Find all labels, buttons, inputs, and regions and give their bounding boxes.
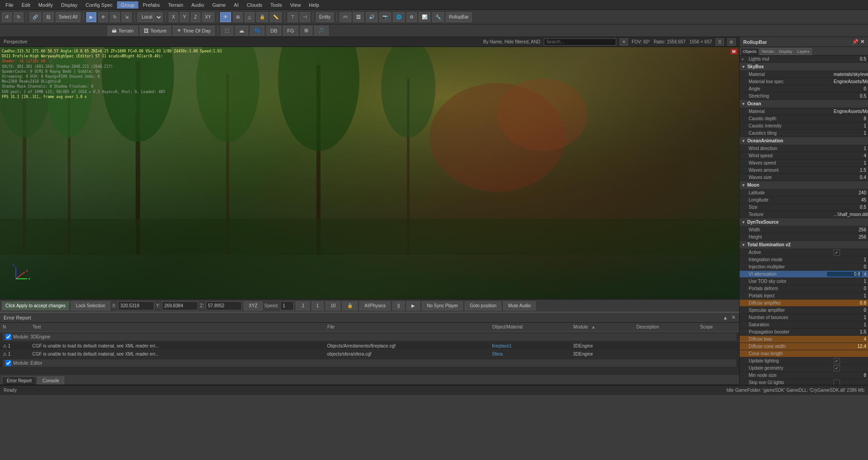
lock-btn[interactable]: 🔒 <box>256 12 268 22</box>
tab-error-report[interactable]: Error Report <box>2 376 37 385</box>
z-axis-btn[interactable]: Z <box>191 12 200 22</box>
menu-game[interactable]: Game <box>208 1 229 9</box>
menu-file[interactable]: File <box>2 1 17 9</box>
entity-btn[interactable]: Entity <box>316 12 334 22</box>
no-sync-player-btn[interactable]: No Sync Player <box>422 301 463 310</box>
icon7[interactable]: 📊 <box>419 12 430 22</box>
z-input[interactable] <box>206 301 242 310</box>
module-3dengine-check[interactable] <box>5 334 11 340</box>
search-clear-btn[interactable]: ✕ <box>620 38 628 46</box>
icon6[interactable]: ⚙ <box>406 12 417 22</box>
error-row-2[interactable]: ⚠ 1 CGF is unable to load its default ma… <box>0 350 739 358</box>
x-input[interactable] <box>118 301 154 310</box>
error-expand-btn[interactable]: ▲ <box>723 315 728 320</box>
menu-config-spec[interactable]: Config Spec <box>82 1 116 9</box>
dyntex-header[interactable]: ▼ DynTexSource <box>740 218 868 226</box>
menu-prefabs[interactable]: Prefabs <box>139 1 164 9</box>
y-axis-btn[interactable]: Y <box>180 12 189 22</box>
menu-audio[interactable]: Audio <box>188 1 208 9</box>
view-btn[interactable]: 👁 <box>220 12 231 22</box>
rotate-btn[interactable]: ↻ <box>110 12 120 22</box>
coord-system-select[interactable]: Local World <box>137 12 163 22</box>
icon1[interactable]: 🎮 <box>340 12 351 22</box>
tab-layers[interactable]: Layers <box>795 48 812 55</box>
ti-skipnogi-check[interactable] <box>834 380 840 385</box>
error-row-1[interactable]: ⚠ 1 CGF is unable to load its default ma… <box>0 342 739 350</box>
tab-console[interactable]: Console <box>38 376 64 385</box>
select-all-btn[interactable]: Select All <box>56 12 80 22</box>
tab-terrain[interactable]: Terrain <box>760 48 777 55</box>
terrain-tool2[interactable]: ⛰ <box>235 26 248 36</box>
icon5[interactable]: 🌐 <box>393 12 405 22</box>
ti-updgeo-check[interactable] <box>834 365 840 371</box>
speed-input[interactable] <box>280 301 294 310</box>
speed-dec-btn[interactable]: .1 <box>296 301 309 310</box>
x-axis-btn[interactable]: X <box>169 12 178 22</box>
icon3[interactable]: 🔊 <box>366 12 377 22</box>
menu-clouds[interactable]: Clouds <box>243 1 266 9</box>
move-btn[interactable]: ✛ <box>98 12 108 22</box>
lock-selection-btn[interactable]: Lock Selection <box>71 301 110 310</box>
terrain-btn[interactable]: 🏔 Terrain <box>108 26 138 36</box>
grid-btn[interactable]: ⊞ <box>233 12 243 22</box>
menu-terrain[interactable]: Terrain <box>165 1 187 9</box>
search-input[interactable] <box>544 38 616 46</box>
ti-active-check[interactable] <box>834 249 840 256</box>
menu-tools[interactable]: Tools <box>267 1 286 9</box>
icon8[interactable]: 🔧 <box>432 12 444 22</box>
tab-objects[interactable]: Objects <box>741 48 759 55</box>
speed-inc-btn[interactable]: 1 <box>311 301 324 310</box>
tab-display[interactable]: Display <box>777 48 795 55</box>
ti-viatten-value[interactable]: 0.8 <box>826 271 863 277</box>
properties-scroll[interactable]: ▸ Lights mul 0.5 ▼ SkyBox Material mater… <box>740 56 868 385</box>
menu-edit[interactable]: Edit <box>18 1 34 9</box>
ai-physics-btn[interactable]: AI/Physics <box>359 301 391 310</box>
icon2[interactable]: 🖼 <box>353 12 364 22</box>
scale-btn[interactable]: ⇲ <box>122 12 132 22</box>
texture-btn[interactable]: 🖼 Texture <box>140 26 171 36</box>
totalillum-header[interactable]: ▼ Total Illumination v2 <box>740 241 868 249</box>
err1-object[interactable]: fireplace1 <box>489 342 570 350</box>
y-input[interactable] <box>162 301 198 310</box>
ocean-header[interactable]: ▼ Ocean <box>740 100 868 108</box>
menu-ai[interactable]: AI <box>230 1 242 9</box>
rollupbar-close-btn[interactable]: ✕ <box>860 39 864 45</box>
goto-position-btn[interactable]: Goto position <box>465 301 501 310</box>
terrain-tool3[interactable]: 👣 <box>250 26 264 36</box>
error-close-btn[interactable]: ✕ <box>731 314 736 320</box>
menu-help[interactable]: Help <box>305 1 323 9</box>
oceanani-header[interactable]: ▼ OceanAnimation <box>740 137 868 145</box>
fg-btn[interactable]: FG <box>283 26 298 36</box>
terrain-lock-btn[interactable]: 🔒 <box>342 301 358 310</box>
speed-10-btn[interactable]: 10 <box>326 301 340 310</box>
err2-object[interactable]: Sfera <box>489 350 570 358</box>
menu-modify[interactable]: Modify <box>35 1 57 9</box>
terrain-tool1[interactable]: ⬚ <box>221 26 233 36</box>
terrain-tool4[interactable]: ⊞ <box>300 26 312 36</box>
xyz-btn[interactable]: XYZ <box>244 301 262 310</box>
align2-btn[interactable]: ⊣ <box>300 12 310 22</box>
redo-btn[interactable]: ↻ <box>14 12 24 22</box>
select-btn[interactable]: ▶ <box>86 12 96 22</box>
play-btn[interactable]: ▶ <box>406 301 420 310</box>
module-editor-check[interactable] <box>5 360 11 366</box>
moon-header[interactable]: ▼ Moon <box>740 181 868 189</box>
ti-updlight-check[interactable] <box>834 358 840 364</box>
viewport-3d[interactable]: CamPos:315.52 271.60 58.57 Angle:18.8 65… <box>0 47 739 299</box>
ti-viatten-row[interactable]: VI attenuation 0.8 ⬆ <box>740 271 868 278</box>
rollupbar-btn[interactable]: RollupBar <box>446 12 472 22</box>
ti-viatten-stepper[interactable]: ⬆ <box>863 272 868 277</box>
icon4[interactable]: 📷 <box>379 12 391 22</box>
undo-btn[interactable]: ↺ <box>2 12 12 22</box>
align-btn[interactable]: ⊤ <box>288 12 298 22</box>
time-of-day-btn[interactable]: ☀ Time Of Day <box>173 26 215 36</box>
link-btn[interactable]: 🔗 <box>29 12 41 22</box>
db-btn[interactable]: DB <box>266 26 281 36</box>
menu-view[interactable]: View <box>287 1 305 9</box>
measure-btn[interactable]: 📏 <box>270 12 282 22</box>
rollupbar-pin-btn[interactable]: 📌 <box>852 39 859 45</box>
mute-audio-btn[interactable]: Mute Audio <box>503 301 536 310</box>
unlink-btn[interactable]: ⛓ <box>43 12 54 22</box>
menu-group[interactable]: Group <box>117 1 138 9</box>
skybox-header[interactable]: ▼ SkyBox <box>740 63 868 71</box>
